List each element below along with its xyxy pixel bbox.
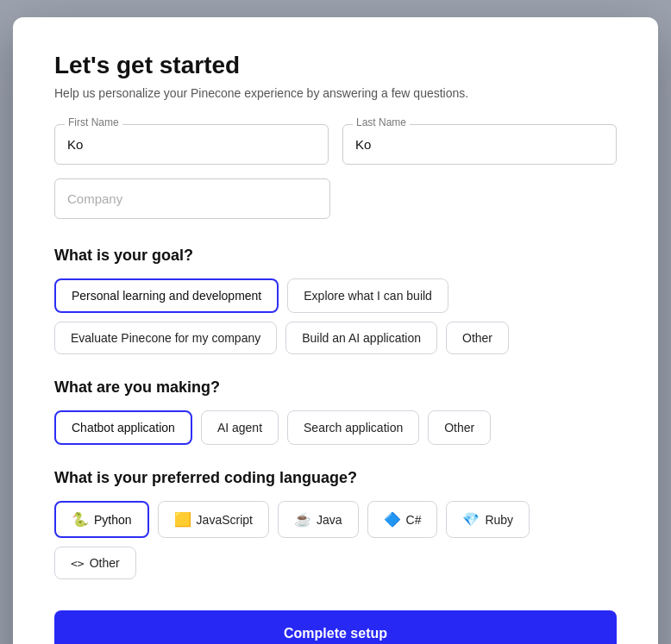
last-name-group: Last Name <box>342 124 617 165</box>
making-section-title: What are you making? <box>54 378 617 397</box>
chip-csharp-label: C# <box>406 513 422 527</box>
language-section-title: What is your preferred coding language? <box>54 469 617 487</box>
company-row <box>54 178 617 219</box>
other-lang-icon: <> <box>71 557 85 570</box>
chip-chatbot[interactable]: Chatbot application <box>54 410 192 445</box>
chip-other-making[interactable]: Other <box>428 410 491 445</box>
language-section: What is your preferred coding language? … <box>54 469 617 579</box>
making-section: What are you making? Chatbot application… <box>54 378 617 445</box>
company-input[interactable] <box>54 178 330 219</box>
chip-ruby[interactable]: 💎 Ruby <box>446 501 530 538</box>
chip-personal-label: Personal learning and development <box>72 289 261 303</box>
first-name-input[interactable] <box>54 124 329 165</box>
chip-java-label: Java <box>317 513 342 527</box>
python-icon: 🐍 <box>72 511 89 528</box>
ruby-icon: 💎 <box>462 511 480 528</box>
chip-build-ai[interactable]: Build an AI application <box>285 322 437 354</box>
chip-search[interactable]: Search application <box>287 410 419 445</box>
chip-python[interactable]: 🐍 Python <box>54 501 149 538</box>
last-name-label: Last Name <box>353 116 410 128</box>
modal-overlay: Let's get started Help us personalize yo… <box>0 0 671 644</box>
modal-title: Let's get started <box>54 52 617 79</box>
goal-chip-group: Personal learning and development Explor… <box>54 278 617 354</box>
chip-javascript-label: JavaScript <box>197 513 253 527</box>
language-chip-group: 🐍 Python 🟨 JavaScript ☕ Java 🔷 C# 💎 <box>54 501 617 579</box>
chip-javascript[interactable]: 🟨 JavaScript <box>158 501 269 538</box>
first-name-group: First Name <box>54 124 329 165</box>
name-row: First Name Last Name <box>54 124 617 165</box>
goal-section: What is your goal? Personal learning and… <box>54 247 617 354</box>
chip-evaluate-label: Evaluate Pinecone for my company <box>71 331 260 345</box>
chip-other-goal-label: Other <box>462 331 492 345</box>
first-name-label: First Name <box>65 116 122 128</box>
chip-java[interactable]: ☕ Java <box>278 501 359 538</box>
chip-other-lang-label: Other <box>90 556 120 570</box>
complete-setup-button[interactable]: Complete setup <box>54 610 617 644</box>
chip-other-making-label: Other <box>444 421 474 435</box>
javascript-icon: 🟨 <box>174 511 191 528</box>
chip-explore[interactable]: Explore what I can build <box>287 278 448 313</box>
chip-search-label: Search application <box>304 421 403 435</box>
modal-subtitle: Help us personalize your Pinecone experi… <box>54 86 617 100</box>
chip-build-ai-label: Build an AI application <box>302 331 421 345</box>
chip-other-goal[interactable]: Other <box>446 322 509 354</box>
csharp-icon: 🔷 <box>384 511 401 528</box>
chip-explore-label: Explore what I can build <box>304 289 432 303</box>
chip-chatbot-label: Chatbot application <box>72 421 175 435</box>
chip-python-label: Python <box>94 513 132 527</box>
chip-other-lang[interactable]: <> Other <box>54 547 136 579</box>
last-name-input[interactable] <box>342 124 617 165</box>
modal-container: Let's get started Help us personalize yo… <box>13 17 658 644</box>
chip-evaluate[interactable]: Evaluate Pinecone for my company <box>54 322 277 354</box>
chip-personal[interactable]: Personal learning and development <box>54 278 279 313</box>
chip-ruby-label: Ruby <box>485 513 513 527</box>
chip-ai-agent-label: AI agent <box>217 421 262 435</box>
java-icon: ☕ <box>294 511 311 528</box>
making-chip-group: Chatbot application AI agent Search appl… <box>54 410 617 445</box>
chip-csharp[interactable]: 🔷 C# <box>367 501 438 538</box>
goal-section-title: What is your goal? <box>54 247 617 265</box>
chip-ai-agent[interactable]: AI agent <box>201 410 279 445</box>
